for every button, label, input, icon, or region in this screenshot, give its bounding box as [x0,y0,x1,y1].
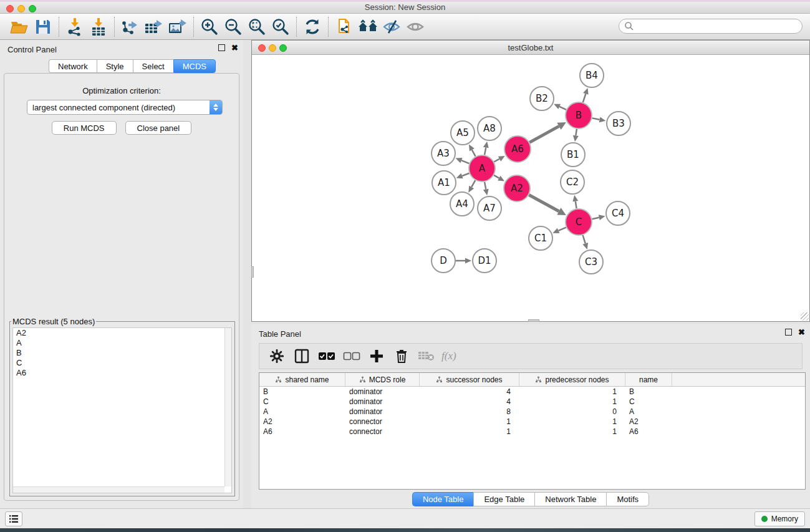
edge-A-A8[interactable] [485,147,486,155]
graph-node-label-C2: C2 [566,177,579,188]
mcds-result-list[interactable]: A2ABCA6 [12,327,232,493]
network-canvas[interactable]: AA1A2A3A4A5A6A7A8BB1B2B3B4CC1C2C3C4DD1 [252,55,809,321]
table-row[interactable]: Adominator80A [259,407,805,417]
import-network-icon[interactable] [63,16,87,37]
table-cell: 1 [519,427,625,437]
select-all-icon[interactable] [316,346,338,366]
edge-C-C4[interactable] [592,218,599,220]
export-table-icon[interactable] [142,16,166,37]
column-header-filler [672,373,805,386]
tab-node-table[interactable]: Node Table [412,492,474,506]
open-file-icon[interactable] [7,16,31,37]
control-panel-tabs: NetworkStyleSelectMCDS [49,59,216,73]
desktop-background-strip [0,528,810,532]
table-cell: connector [345,417,420,427]
edge-A-A7[interactable] [485,182,486,190]
edge-C-C3[interactable] [583,235,586,243]
edge-B-B1[interactable] [576,129,577,136]
edge-A-A3[interactable] [461,160,470,163]
graph-node-label-B3: B3 [612,118,625,129]
criterion-selected-value: largest connected component (directed) [27,103,210,112]
edge-B-B4[interactable] [583,94,586,102]
export-image-icon[interactable] [166,16,190,37]
run-mcds-button[interactable]: Run MCDS [52,121,117,135]
edge-A-A2[interactable] [494,175,499,178]
zoom-in-icon[interactable] [198,16,221,37]
edge-arrowhead [582,243,588,249]
graph-node-label-A: A [479,163,486,174]
tab-network[interactable]: Network [49,59,97,73]
search-field[interactable] [619,19,803,34]
float-panel-icon[interactable] [218,44,225,51]
first-neighbors-icon[interactable] [356,16,380,37]
node-table[interactable]: shared nameMCDS rolesuccessor nodesprede… [259,372,806,490]
export-network-icon[interactable] [118,16,142,37]
column-header[interactable]: MCDS role [345,373,420,386]
memory-button[interactable]: Memory [755,511,805,526]
float-panel-icon[interactable] [785,329,792,336]
close-panel-icon[interactable]: ✖ [231,44,238,51]
delete-table-icon[interactable] [415,346,438,366]
tab-style[interactable]: Style [97,59,133,73]
horizontal-scrollbar[interactable] [13,486,224,493]
network-window-titlebar[interactable]: testGlobe.txt [252,41,809,55]
edge-A6-B[interactable] [529,126,559,142]
column-header[interactable]: shared name [259,373,345,386]
network-graph[interactable]: AA1A2A3A4A5A6A7A8BB1B2B3B4CC1C2C3C4DD1 [252,55,809,321]
add-column-icon[interactable] [365,346,388,366]
table-row[interactable]: Cdominator41C [259,397,805,407]
resize-grip-icon[interactable] [801,312,809,321]
task-history-button[interactable] [5,511,22,526]
deselect-all-icon[interactable] [340,346,363,366]
tab-edge-table[interactable]: Edge Table [473,492,534,506]
tab-network-table[interactable]: Network Table [534,492,606,506]
criterion-select[interactable]: largest connected component (directed) [27,100,223,115]
import-table-icon[interactable] [87,16,110,37]
zoom-out-icon[interactable] [221,16,245,37]
table-row[interactable]: Bdominator41B [259,387,805,397]
close-panel-icon[interactable]: ✖ [798,329,805,336]
pane-divider-handle[interactable] [251,266,254,278]
edge-A-A6[interactable] [494,159,499,162]
list-icon [9,515,19,523]
graph-node-label-A7: A7 [483,203,496,214]
function-builder-icon[interactable]: f(x) [441,350,456,362]
table-options-gear-icon[interactable] [266,346,288,366]
column-header[interactable]: successor nodes [420,373,519,386]
table-cell: 1 [420,417,519,427]
edge-arrowhead [573,135,579,142]
close-panel-button[interactable]: Close panel [125,121,192,135]
toolbar-separator [328,17,329,37]
split-panel-icon[interactable] [291,346,313,366]
column-header[interactable]: name [625,373,672,386]
search-input[interactable] [634,20,802,32]
column-header[interactable]: predecessor nodes [519,373,625,386]
show-all-icon[interactable] [403,16,427,37]
table-row[interactable]: A2connector11A2 [259,417,805,427]
edge-A-A5[interactable] [472,150,476,156]
edge-C-C1[interactable] [559,228,566,231]
graph-node-label-B: B [576,110,582,121]
edge-B-B3[interactable] [592,118,600,119]
table-row[interactable]: A6connector11A6 [259,427,805,437]
save-session-icon[interactable] [31,16,55,37]
hide-selected-icon[interactable] [380,16,403,37]
edge-A-A1[interactable] [462,173,469,176]
zoom-fit-icon[interactable] [245,16,269,37]
table-cell: A [259,407,345,417]
edge-B-B2[interactable] [559,107,566,110]
pane-divider-handle[interactable] [528,319,539,322]
edge-C-C2[interactable] [576,201,577,209]
graph-node-label-D1: D1 [478,255,491,266]
delete-column-trash-icon[interactable] [390,346,413,366]
tab-select[interactable]: Select [133,59,173,73]
zoom-selected-icon[interactable] [269,16,292,37]
edge-A-A4[interactable] [471,180,475,187]
refresh-icon[interactable] [301,16,324,37]
tab-motifs[interactable]: Motifs [606,492,649,506]
tab-mcds[interactable]: MCDS [173,59,216,73]
clone-network-icon[interactable] [332,16,356,37]
edge-A2-C[interactable] [529,195,559,211]
vertical-scrollbar[interactable] [224,328,231,486]
table-cell: B [625,387,672,397]
